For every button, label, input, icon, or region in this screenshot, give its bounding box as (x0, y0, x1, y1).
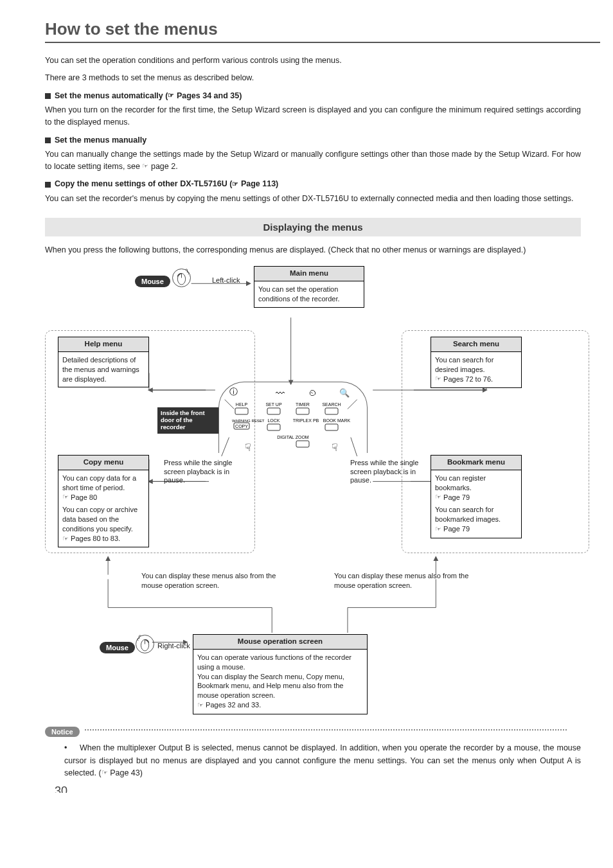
bookmark-menu-body-2: You can search for bookmarked images. (435, 506, 501, 523)
bookmark-menu-box-2: You can search for bookmarked images. ☞ … (431, 502, 522, 538)
mouse-op-body: You can operate various functions of the… (197, 653, 351, 699)
front-door-label: Inside the front door of the recorder (157, 407, 218, 434)
page-ref-icon: ☞ (435, 374, 441, 384)
page-ref-icon: ☞ (435, 524, 441, 534)
mouse-op-box: Mouse operation screen You can operate v… (193, 634, 368, 714)
svg-rect-37 (296, 441, 309, 447)
page-ref-icon: ☞ (142, 161, 148, 172)
method-auto-body: When you turn on the recorder for the fi… (45, 104, 581, 129)
notice-body-suffix: Page 43) (108, 768, 143, 777)
svg-rect-25 (267, 408, 280, 414)
bookmark-menu-ref-1: Page 79 (441, 493, 470, 501)
section-intro: When you press the following buttons, th… (45, 244, 581, 256)
press-pause-left: Press while the single screen playback i… (164, 459, 235, 484)
left-click-label: Left-click (212, 276, 240, 285)
copy-menu-box-1: Copy menu You can copy data for a short … (58, 455, 149, 506)
svg-text:☟: ☟ (332, 442, 338, 453)
svg-text:TIMER: TIMER (296, 402, 310, 407)
notice-section: Notice • When the multiplexer Output B i… (45, 725, 581, 779)
svg-text:LOCK: LOCK (267, 418, 280, 423)
svg-text:ⓘ: ⓘ (229, 387, 238, 396)
copy-menu-ref-1: Page 80 (69, 493, 97, 501)
svg-text:HELP: HELP (236, 402, 248, 407)
method-manual-heading: Set the menus manually (45, 136, 581, 145)
right-click-label: Right-click (157, 642, 190, 650)
press-pause-right: Press while the single screen playback i… (350, 459, 421, 484)
copy-menu-body-1: You can copy data for a short time of pe… (62, 474, 136, 492)
intro-text-2: There are 3 methods to set the menus as … (45, 72, 581, 84)
bookmark-menu-box-1: Bookmark menu You can register bookmarks… (431, 455, 522, 506)
copy-menu-title: Copy menu (58, 456, 148, 470)
copy-menu-body-2: You can copy or archive data based on th… (62, 506, 138, 533)
svg-text:⏲: ⏲ (308, 388, 317, 398)
search-menu-box: Search menu You can search for desired i… (431, 337, 522, 388)
mouse-pill-bottom: Mouse (100, 642, 135, 653)
search-menu-title: Search menu (431, 337, 521, 352)
help-menu-title: Help menu (58, 337, 148, 352)
notice-badge: Notice (45, 727, 80, 737)
method-copy-heading-prefix: Copy the menu settings of other DX-TL571… (55, 179, 232, 188)
method-copy-heading-suffix: Page 113) (238, 179, 278, 188)
svg-text:SET UP: SET UP (265, 402, 281, 407)
mouse-icon-bottom (134, 633, 156, 655)
method-manual-heading-text: Set the menus manually (55, 136, 147, 145)
recorder-panel: ⓘ 〰 ⏲ 🔍 HELP SET UP TIMER SEARCH WARNING… (218, 382, 368, 453)
help-menu-box: Help menu Detailed descriptions of the m… (58, 337, 149, 387)
notice-dots (85, 729, 567, 731)
intro-text-1: You can set the operation conditions and… (45, 55, 581, 67)
method-copy-body: You can set the recorder's menus by copy… (45, 193, 581, 205)
svg-text:WARNING RESET: WARNING RESET (232, 419, 265, 423)
page-ref-icon: ☞ (62, 492, 69, 502)
bookmark-menu-body-1: You can register bookmarks. (435, 474, 486, 492)
help-menu-body: Detailed descriptions of the menus and w… (58, 352, 148, 387)
method-manual-body-prefix: You can manually change the settings mad… (45, 150, 581, 171)
menu-diagram: Mouse Left-click Main menu You can set t… (45, 263, 581, 725)
svg-text:☟: ☟ (245, 442, 251, 453)
svg-rect-34 (267, 424, 280, 430)
page-ref-icon: ☞ (197, 700, 204, 710)
method-auto-heading-suffix: Pages 34 and 35) (174, 91, 242, 100)
svg-rect-35 (325, 424, 338, 430)
method-manual-body-suffix: page 2. (148, 162, 177, 171)
svg-rect-27 (325, 408, 338, 414)
copy-menu-ref-2: Pages 80 to 83. (69, 535, 120, 542)
page-ref-icon: ☞ (62, 534, 69, 544)
section-heading: Displaying the menus (45, 218, 581, 236)
page-title: How to set the menus (45, 19, 600, 43)
main-menu-title: Main menu (254, 267, 364, 281)
svg-text:TRIPLEX PB: TRIPLEX PB (293, 418, 319, 423)
notice-body: • When the multiplexer Output B is selec… (64, 742, 581, 779)
page-number: 30 (55, 784, 67, 793)
main-menu-box: Main menu You can set the operation cond… (254, 266, 364, 307)
page-ref-icon: ☞ (168, 91, 174, 100)
svg-text:BOOK MARK: BOOK MARK (323, 418, 351, 423)
method-copy-heading: Copy the menu settings of other DX-TL571… (45, 179, 581, 188)
display-also-left: You can display these menus also from th… (141, 571, 276, 590)
search-menu-body: You can search for desired images. (435, 356, 493, 373)
display-also-right: You can display these menus also from th… (334, 571, 469, 590)
page-ref-icon: ☞ (232, 180, 238, 188)
svg-rect-26 (296, 408, 309, 414)
method-manual-body: You can manually change the settings mad… (45, 148, 581, 173)
page-ref-icon: ☞ (102, 767, 108, 778)
svg-text:〰: 〰 (276, 388, 285, 398)
search-menu-ref: Pages 72 to 76. (441, 375, 493, 383)
mouse-op-ref: Pages 32 and 33. (204, 701, 261, 709)
method-auto-heading-prefix: Set the menus automatically ( (55, 91, 168, 100)
mouse-pill-top: Mouse (135, 276, 170, 287)
copy-menu-box-2: You can copy or archive data based on th… (58, 502, 149, 547)
method-auto-heading: Set the menus automatically (☞ Pages 34 … (45, 91, 581, 100)
bookmark-menu-title: Bookmark menu (431, 456, 521, 470)
mouse-op-title: Mouse operation screen (193, 635, 367, 650)
svg-text:COPY: COPY (235, 424, 248, 429)
svg-rect-24 (235, 408, 248, 414)
mouse-icon-top (170, 267, 193, 289)
page-ref-icon: ☞ (435, 492, 441, 502)
svg-text:DIGITAL ZOOM: DIGITAL ZOOM (277, 435, 309, 439)
svg-text:🔍: 🔍 (339, 387, 350, 398)
bookmark-menu-ref-2: Page 79 (441, 525, 470, 533)
main-menu-body: You can set the operation conditions of … (254, 281, 364, 307)
svg-text:SEARCH: SEARCH (322, 402, 341, 407)
